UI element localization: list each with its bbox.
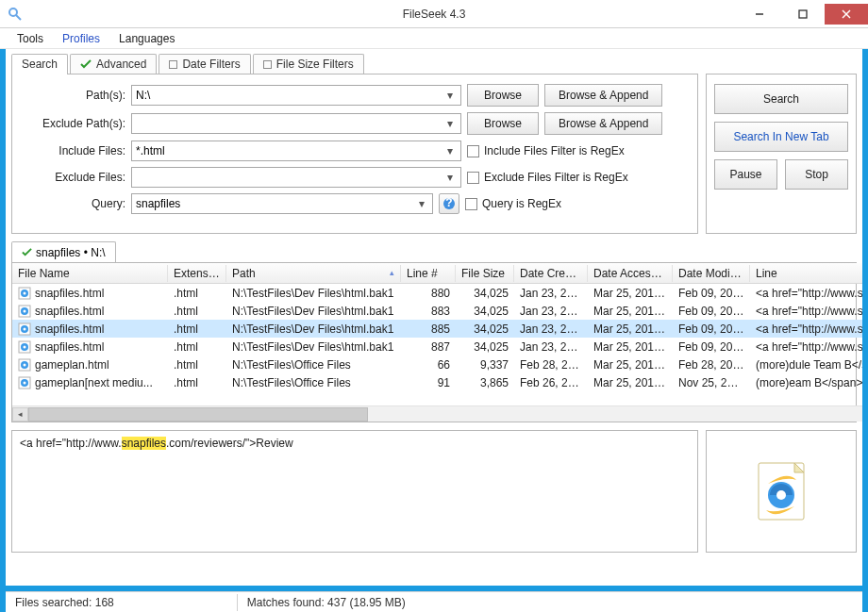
query-input[interactable]: snapfiles▾ xyxy=(131,193,433,214)
exclude-paths-browse-append-button[interactable]: Browse & Append xyxy=(544,112,662,135)
svg-point-13 xyxy=(24,309,26,312)
col-filesize[interactable]: File Size xyxy=(456,265,514,282)
col-created[interactable]: Date Created xyxy=(514,265,588,282)
cell-filename: snapfiles.html xyxy=(12,339,168,355)
svg-line-1 xyxy=(16,15,21,20)
query-label: Query: xyxy=(22,197,125,210)
query-help-button[interactable]: ? xyxy=(439,193,459,214)
exclude-regex-label: Exclude Files Filter is RegEx xyxy=(484,171,628,184)
cell-accessed: Mar 25, 2015... xyxy=(588,304,673,319)
paths-browse-append-button[interactable]: Browse & Append xyxy=(544,84,662,107)
col-accessed[interactable]: Date Accessed xyxy=(588,265,673,282)
exclude-files-label: Exclude Files: xyxy=(22,171,125,184)
close-button[interactable] xyxy=(825,4,868,25)
svg-point-10 xyxy=(24,291,26,294)
menu-languages[interactable]: Languages xyxy=(111,30,182,47)
tab-advanced-label: Advanced xyxy=(96,58,146,71)
include-regex-label: Include Files Filter is RegEx xyxy=(484,144,625,157)
svg-text:?: ? xyxy=(445,197,452,209)
cell-lineno: 91 xyxy=(401,375,456,390)
scroll-left-icon[interactable]: ◂ xyxy=(12,407,28,422)
exclude-files-input[interactable]: ▾ xyxy=(131,167,461,188)
svg-point-16 xyxy=(24,327,26,330)
svg-point-19 xyxy=(24,345,26,348)
query-regex-label: Query is RegEx xyxy=(482,197,561,210)
paths-browse-button[interactable]: Browse xyxy=(467,84,539,107)
cell-lineno: 883 xyxy=(401,304,456,319)
col-lineno[interactable]: Line # xyxy=(401,265,456,282)
chevron-down-icon[interactable]: ▾ xyxy=(443,117,457,130)
include-files-input[interactable]: *.html▾ xyxy=(131,141,461,161)
table-row[interactable]: snapfiles.html.htmlN:\TestFiles\Dev File… xyxy=(12,320,862,338)
col-line[interactable]: Line xyxy=(750,265,862,282)
cell-filename: snapfiles.html xyxy=(12,286,168,301)
tab-search-label: Search xyxy=(22,58,58,71)
cell-modified: Feb 09, 200... xyxy=(673,304,750,319)
cell-filesize: 34,025 xyxy=(456,304,514,319)
cell-created: Jan 23, 20... xyxy=(514,339,588,355)
content-area: Search Advanced Date Filters File Size F… xyxy=(6,49,862,586)
query-regex-checkbox[interactable] xyxy=(465,198,477,210)
cell-line: <a href="http://www.sn xyxy=(750,339,862,355)
cell-filesize: 34,025 xyxy=(456,322,514,337)
tab-advanced[interactable]: Advanced xyxy=(70,54,157,74)
col-filename[interactable]: File Name xyxy=(12,265,168,282)
results-tab[interactable]: snapfiles • N:\ xyxy=(11,241,116,262)
exclude-paths-label: Exclude Path(s): xyxy=(22,117,125,130)
exclude-paths-browse-button[interactable]: Browse xyxy=(467,112,539,135)
tab-size-filters[interactable]: File Size Filters xyxy=(253,54,364,74)
table-row[interactable]: gameplan.html.htmlN:\TestFiles\Office Fi… xyxy=(12,356,862,373)
table-row[interactable]: snapfiles.html.htmlN:\TestFiles\Dev File… xyxy=(12,284,862,302)
table-row[interactable]: snapfiles.html.htmlN:\TestFiles\Dev File… xyxy=(12,302,862,320)
svg-point-0 xyxy=(9,8,17,16)
exclude-regex-checkbox[interactable] xyxy=(467,172,479,184)
scroll-thumb[interactable] xyxy=(28,407,368,422)
cell-extension: .html xyxy=(168,357,226,372)
check-icon xyxy=(80,58,92,70)
table-row[interactable]: snapfiles.html.htmlN:\TestFiles\Dev File… xyxy=(12,338,862,356)
chevron-down-icon[interactable]: ▾ xyxy=(443,144,457,157)
tab-date-filters[interactable]: Date Filters xyxy=(159,54,250,74)
cell-path: N:\TestFiles\Office Files xyxy=(226,375,401,390)
include-regex-checkbox[interactable] xyxy=(467,145,479,157)
col-extension[interactable]: Extension xyxy=(168,265,226,282)
chevron-down-icon[interactable]: ▾ xyxy=(443,171,457,184)
preview-row: <a href="http://www.snapfiles.com/review… xyxy=(11,430,857,553)
chevron-down-icon[interactable]: ▾ xyxy=(415,197,428,210)
stop-button[interactable]: Stop xyxy=(785,159,848,190)
paths-value: N:\ xyxy=(136,89,150,102)
chevron-down-icon[interactable]: ▾ xyxy=(443,89,457,102)
cell-line: (more)eam B</span></ xyxy=(750,375,862,390)
results-tab-label: snapfiles • N:\ xyxy=(36,246,106,259)
tab-size-label: File Size Filters xyxy=(276,58,354,71)
menu-profiles[interactable]: Profiles xyxy=(55,30,108,47)
tab-search[interactable]: Search xyxy=(11,54,68,74)
col-modified[interactable]: Date Modified xyxy=(673,265,750,282)
cell-created: Jan 23, 20... xyxy=(514,304,588,319)
exclude-paths-input[interactable]: ▾ xyxy=(131,113,461,134)
svg-rect-3 xyxy=(799,10,807,18)
table-body: snapfiles.html.htmlN:\TestFiles\Dev File… xyxy=(12,284,862,405)
preview-text[interactable]: <a href="http://www.snapfiles.com/review… xyxy=(11,430,698,553)
table-row[interactable]: gameplan[next mediu....htmlN:\TestFiles\… xyxy=(12,373,862,391)
paths-input[interactable]: N:\▾ xyxy=(131,85,461,106)
maximize-button[interactable] xyxy=(781,4,825,25)
cell-line: (more)dule Team B</sp xyxy=(750,357,862,372)
cell-filesize: 3,865 xyxy=(456,375,514,390)
horizontal-scrollbar[interactable]: ◂ ▸ xyxy=(12,405,862,422)
col-path[interactable]: Path xyxy=(226,265,401,282)
cell-filename: gameplan.html xyxy=(12,357,168,372)
pause-button[interactable]: Pause xyxy=(714,159,777,190)
search-button[interactable]: Search xyxy=(714,84,848,114)
minimize-button[interactable] xyxy=(738,4,781,25)
svg-point-28 xyxy=(776,490,786,500)
statusbar: Files searched: 168 Matches found: 437 (… xyxy=(6,591,862,612)
cell-line: <a href="http://www.sn xyxy=(750,286,862,301)
search-new-tab-button[interactable]: Search In New Tab xyxy=(714,122,848,152)
paths-label: Path(s): xyxy=(22,89,125,102)
status-files-searched: Files searched: 168 xyxy=(6,594,124,611)
cell-modified: Feb 09, 200... xyxy=(673,322,750,337)
menu-tools[interactable]: Tools xyxy=(9,30,51,47)
results-tabstrip: snapfiles • N:\ xyxy=(11,241,857,262)
cell-accessed: Mar 25, 2015... xyxy=(588,286,673,301)
